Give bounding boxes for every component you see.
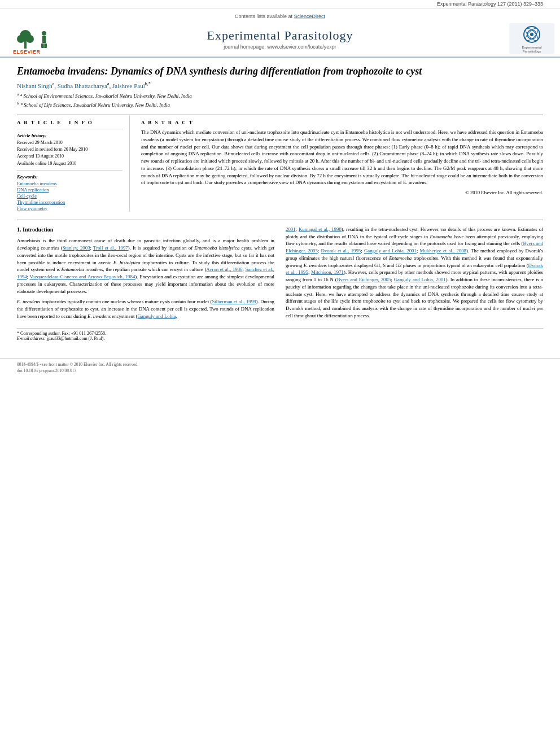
header-divider xyxy=(0,56,560,57)
available-date: Available online 19 August 2010 xyxy=(17,160,123,167)
author-email[interactable]: jpaul33@hotmail.com xyxy=(47,336,88,341)
svg-text:Parasitology: Parasitology xyxy=(522,50,541,53)
intro-heading: 1. Introduction xyxy=(17,226,274,234)
svg-rect-1 xyxy=(24,40,27,49)
article-info-title: A R T I C L E I N F O xyxy=(17,120,123,125)
ref-ganguly-2[interactable]: Ganguly and Lohia, 2001 xyxy=(394,277,446,282)
keywords-label: Keywords: xyxy=(17,174,123,180)
keyword-1[interactable]: Entamoeba invadens xyxy=(17,181,123,186)
svg-point-3 xyxy=(17,35,25,43)
elsevier-logo-area: ELSEVIER xyxy=(6,23,73,54)
ref-avron[interactable]: Avron et al., 1986 xyxy=(206,267,242,272)
info-divider-2 xyxy=(17,170,123,171)
text-col-right: 2001; Kumagal et al., 1998), resulting i… xyxy=(286,226,543,324)
elsevier-logo-icon: ELSEVIER xyxy=(13,23,67,54)
svg-point-4 xyxy=(26,35,34,43)
ref-ganguly-2001[interactable]: 2001 xyxy=(286,226,296,232)
right-para-1: 2001; Kumagal et al., 1998), resulting i… xyxy=(286,226,543,320)
affiliations: a ᵃ School of Environmental Sciences, Ja… xyxy=(17,91,543,109)
journal-header: Contents lists available at ScienceDirec… xyxy=(0,8,560,58)
ref-vazquez[interactable]: Vazquezdelara-Cisneros and Arroyo-Begovi… xyxy=(29,274,135,279)
ref-silberman[interactable]: Silberman et al., 1999 xyxy=(212,299,256,304)
svg-point-13 xyxy=(530,33,533,36)
ref-stanley[interactable]: Stanley, 2003 xyxy=(63,245,90,251)
abstract-copyright: © 2010 Elsevier Inc. All rights reserved… xyxy=(141,190,543,195)
article-body: A R T I C L E I N F O Article history: R… xyxy=(17,115,543,212)
ref-dvorak[interactable]: Dvorak et al., 1995 xyxy=(321,248,361,254)
page-footer: 0014-4894/$ - see front matter © 2010 El… xyxy=(0,358,560,378)
text-col-left: 1. Introduction Amoebiasis is the third … xyxy=(17,226,274,324)
ref-mitchison[interactable]: Mitchison, 1971 xyxy=(311,269,344,275)
journal-citation: Experimental Parasitology 127 (2011) 329… xyxy=(0,0,560,8)
info-divider-1 xyxy=(17,129,123,129)
keyword-5[interactable]: Flow cytometry xyxy=(17,206,123,211)
main-text-area: 1. Introduction Amoebiasis is the third … xyxy=(17,220,543,341)
ref-ganguly[interactable]: Ganguly and Lohia, xyxy=(138,313,177,319)
abstract-title: A B S T R A C T xyxy=(141,120,543,125)
two-column-text: 1. Introduction Amoebiasis is the third … xyxy=(17,226,543,324)
accepted-date: Accepted 13 August 2010 xyxy=(17,153,123,159)
keyword-2[interactable]: DNA replication xyxy=(17,187,123,193)
history-label: Article history: xyxy=(17,133,123,138)
abstract-panel: A B S T R A C T The DNA dynamics which m… xyxy=(139,115,543,212)
ref-kumagai[interactable]: Kumagal et al., 1998 xyxy=(299,226,342,232)
keyword-3[interactable]: Cell-cycle xyxy=(17,193,123,199)
keyword-4[interactable]: Thymidine incorporation xyxy=(17,199,123,205)
content-wrapper: Entamoeba invadens: Dynamics of DNA synt… xyxy=(0,58,560,352)
right-logo-area: Experimental Parasitology xyxy=(487,23,554,54)
ref-troll[interactable]: Troll et al., 1997 xyxy=(93,245,128,251)
svg-rect-6 xyxy=(42,36,46,43)
journal-title-area: Experimental Parasitology journal homepa… xyxy=(73,28,487,50)
svg-text:ELSEVIER: ELSEVIER xyxy=(13,49,41,54)
footer-line-1: 0014-4894/$ - see front matter © 2010 El… xyxy=(17,362,543,367)
svg-point-5 xyxy=(42,31,46,36)
received-date: Received 29 March 2010 xyxy=(17,139,123,146)
ref-ganguly-lohia[interactable]: Ganguly and Lohia, 2001 xyxy=(364,248,417,254)
journal-logo-right-icon: Experimental Parasitology xyxy=(509,23,554,54)
contents-available: Contents lists available at ScienceDirec… xyxy=(0,12,560,21)
abstract-text: The DNA dynamics which mediate conversio… xyxy=(141,129,543,186)
revised-date: Received in revised form 26 May 2010 xyxy=(17,146,123,152)
footer-line-2: doi:10.1016/j.exppara.2010.08.013 xyxy=(17,368,543,373)
article-title: Entamoeba invadens: Dynamics of DNA synt… xyxy=(17,65,543,78)
article-info-panel: A R T I C L E I N F O Article history: R… xyxy=(17,115,130,212)
corresponding-author-note: * Corresponding author. Fax: +91 011 267… xyxy=(17,328,543,341)
ref-mukherjee[interactable]: Mukherjee et al., 2008 xyxy=(420,248,466,254)
sciencedirect-link[interactable]: ScienceDirect xyxy=(294,14,326,19)
ref-byers-eich[interactable]: Byers and Eichinger, 2005 xyxy=(337,277,391,282)
authors-line: Nishant Singha, Sudha Bhattacharyaa, Jai… xyxy=(17,81,543,89)
journal-top-row: ELSEVIER Experimental Parasitology journ… xyxy=(0,21,560,56)
intro-para-1: Amoebiasis is the third commonest cause … xyxy=(17,237,274,295)
svg-text:Experimental: Experimental xyxy=(522,46,541,49)
journal-homepage: journal homepage: www.elsevier.com/locat… xyxy=(73,44,487,50)
intro-para-2: E. invadens trophozoites typically conta… xyxy=(17,298,274,320)
journal-title: Experimental Parasitology xyxy=(73,28,487,43)
